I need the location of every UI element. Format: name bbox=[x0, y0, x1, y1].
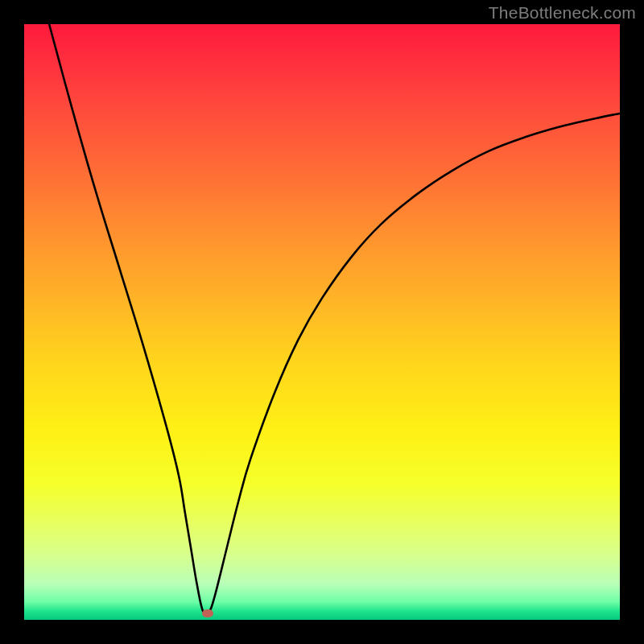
watermark-text: TheBottleneck.com bbox=[489, 3, 636, 23]
chart-frame: TheBottleneck.com bbox=[0, 0, 644, 644]
curve-line bbox=[24, 24, 620, 620]
plot-area bbox=[24, 24, 620, 620]
minimum-marker bbox=[202, 609, 213, 617]
